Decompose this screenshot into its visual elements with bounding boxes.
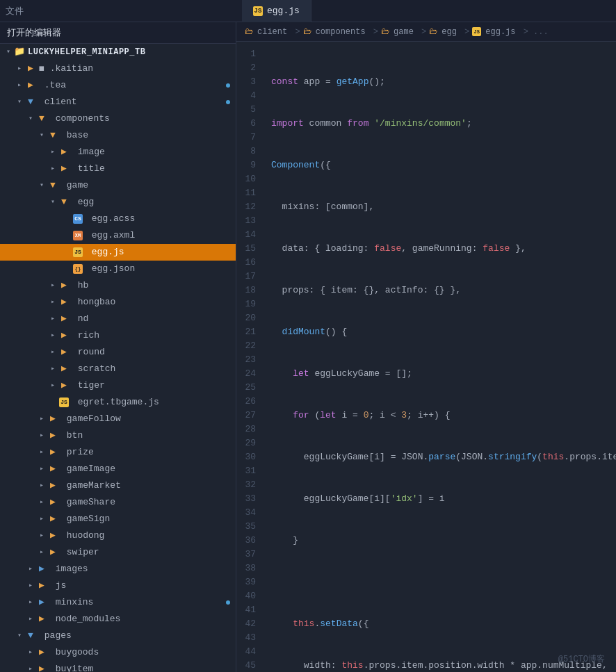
scratch-name: scratch — [72, 362, 115, 376]
egg-axml-icon: XM — [72, 230, 83, 241]
active-tab[interactable]: JS egg.js — [242, 0, 311, 22]
sidebar-item-tiger[interactable]: ▶ tiger — [0, 377, 236, 394]
client-arrow — [14, 95, 25, 109]
sidebar-item-hb[interactable]: ▶ hb — [0, 277, 236, 294]
sidebar-item-buyitem[interactable]: ▶ buyitem — [0, 661, 236, 672]
code-line-1: const app = getApp(); — [271, 75, 616, 89]
sidebar-item-nd[interactable]: ▶ nd — [0, 311, 236, 327]
sidebar-item-minxins[interactable]: ▶ minxins — [0, 594, 236, 611]
file-tree[interactable]: 📁 LUCKYHELPER_MINIAPP_TB ▶ ◼ .kaitian ▶ … — [0, 44, 236, 672]
egg-json-name: egg.json — [86, 262, 135, 276]
sidebar-item-gameSign[interactable]: ▶ gameSign — [0, 511, 236, 527]
kaitian-arrow — [14, 62, 25, 76]
image-arrow — [47, 145, 58, 159]
minxins-name: minxins — [50, 596, 93, 609]
images-arrow — [25, 562, 36, 576]
gameMarket-name: gameMarket — [61, 479, 121, 493]
file-menu[interactable]: 文件 — [6, 6, 24, 17]
sidebar-item-rich[interactable]: ▶ rich — [0, 327, 236, 344]
editor-area: 🗁 client > 🗁 components > 🗁 game > 🗁 egg… — [236, 22, 616, 672]
btn-name: btn — [61, 429, 83, 443]
code-line-2: import common from '/minxins/common'; — [271, 117, 616, 131]
gameSign-folder-icon: ▶ — [47, 514, 58, 525]
game-name: game — [61, 179, 88, 192]
kaitian-label: ◼ — [39, 62, 44, 76]
breadcrumb-egg: egg — [441, 27, 457, 37]
sidebar-item-tea[interactable]: ▶ .tea — [0, 77, 236, 94]
buyitem-folder-icon: ▶ — [36, 664, 47, 672]
sidebar-item-egg-js[interactable]: JS egg.js — [0, 244, 236, 261]
breadcrumb-egg-js: egg.js — [485, 27, 515, 37]
client-badge — [226, 100, 230, 104]
buygoods-folder-icon: ▶ — [36, 647, 47, 658]
sidebar-item-egg-acss[interactable]: CS egg.acss — [0, 211, 236, 227]
game-folder-icon: ▼ — [47, 180, 58, 191]
code-line-7: didMount() { — [271, 325, 616, 339]
sidebar-item-round[interactable]: ▶ round — [0, 344, 236, 361]
round-folder-icon: ▶ — [58, 347, 70, 358]
sidebar-item-images[interactable]: ▶ images — [0, 561, 236, 577]
base-arrow — [36, 129, 47, 142]
components-arrow — [25, 112, 36, 126]
sidebar-item-scratch[interactable]: ▶ scratch — [0, 361, 236, 377]
image-folder-icon: ▶ — [58, 147, 70, 158]
code-line-14: this.setData({ — [271, 617, 616, 631]
egret-js-name: egret.tbgame.js — [72, 395, 159, 409]
sidebar-item-base[interactable]: ▼ base — [0, 127, 236, 144]
breadcrumb-folder-icon-game: 🗁 — [381, 26, 389, 37]
gameImage-arrow — [36, 462, 47, 476]
sidebar-item-gameFollow[interactable]: ▶ gameFollow — [0, 411, 236, 427]
sidebar-item-game[interactable]: ▼ game — [0, 177, 236, 194]
title-bar: 文件 JS egg.js — [0, 0, 616, 22]
node-modules-arrow — [25, 612, 36, 626]
sidebar-item-egg-axml[interactable]: XM egg.axml — [0, 227, 236, 244]
sidebar-item-kaitian[interactable]: ▶ ◼ .kaitian — [0, 60, 236, 77]
sidebar-item-egg-folder[interactable]: ▼ egg — [0, 194, 236, 211]
hb-name: hb — [72, 279, 88, 293]
hongbao-arrow — [47, 295, 58, 309]
sidebar-item-egret-tbgame-js[interactable]: JS egret.tbgame.js — [0, 394, 236, 411]
sidebar-item-gameImage[interactable]: ▶ gameImage — [0, 461, 236, 477]
code-container[interactable]: 12345 678910 1112131415 1617181920 21222… — [236, 42, 616, 672]
title-name: title — [72, 162, 105, 176]
huodong-arrow — [36, 529, 47, 543]
code-line-12: } — [271, 534, 616, 548]
sidebar-item-client[interactable]: ▼ client — [0, 94, 236, 110]
sidebar-item-buygoods[interactable]: ▶ buygoods — [0, 644, 236, 661]
open-editors-label: 打开的编辑器 — [7, 28, 61, 38]
sidebar-item-gameShare[interactable]: ▶ gameShare — [0, 494, 236, 511]
title-arrow — [47, 162, 58, 176]
sidebar-item-huodong[interactable]: ▶ huodong — [0, 527, 236, 544]
sidebar-item-node-modules[interactable]: ▶ node_modules — [0, 611, 236, 628]
code-line-3: Component({ — [271, 158, 616, 172]
sidebar-item-js[interactable]: ▶ js — [0, 577, 236, 594]
tab-label: egg.js — [267, 6, 300, 16]
hb-folder-icon: ▶ — [58, 280, 70, 291]
sidebar-item-btn[interactable]: ▶ btn — [0, 427, 236, 444]
base-folder-icon: ▼ — [47, 130, 58, 141]
sidebar-item-swiper[interactable]: ▶ swiper — [0, 544, 236, 561]
code-content[interactable]: const app = getApp(); import common from… — [266, 42, 616, 672]
kaitian-folder-icon: ▶ — [25, 63, 36, 74]
minxins-badge — [226, 600, 230, 605]
minxins-folder-icon: ▶ — [36, 597, 47, 608]
pages-name: pages — [39, 629, 72, 643]
breadcrumb-components: components — [316, 27, 366, 37]
sidebar: 打开的编辑器 📁 LUCKYHELPER_MINIAPP_TB ▶ ◼ .kai… — [0, 22, 236, 672]
round-name: round — [72, 345, 105, 359]
sidebar-item-prize[interactable]: ▶ prize — [0, 444, 236, 461]
sidebar-item-image[interactable]: ▶ image — [0, 144, 236, 161]
rich-arrow — [47, 329, 58, 343]
sidebar-item-gameMarket[interactable]: ▶ gameMarket — [0, 477, 236, 494]
sidebar-item-components[interactable]: ▼ components — [0, 110, 236, 127]
sidebar-item-egg-json[interactable]: {} egg.json — [0, 261, 236, 277]
line-numbers: 12345 678910 1112131415 1617181920 21222… — [236, 42, 266, 672]
tree-root[interactable]: 📁 LUCKYHELPER_MINIAPP_TB — [0, 44, 236, 60]
sidebar-item-pages[interactable]: ▼ pages — [0, 628, 236, 644]
huodong-name: huodong — [61, 529, 104, 543]
egg-js-name: egg.js — [86, 245, 124, 259]
sidebar-item-hongbao[interactable]: ▶ hongbao — [0, 294, 236, 311]
gameShare-name: gameShare — [61, 495, 115, 509]
sidebar-item-title[interactable]: ▶ title — [0, 161, 236, 177]
breadcrumb-folder-icon-client: 🗁 — [245, 26, 253, 37]
